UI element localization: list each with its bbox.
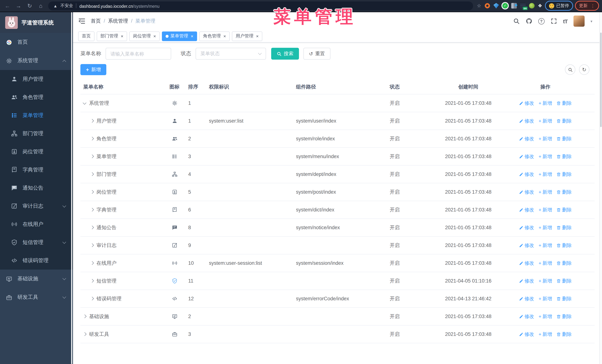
sidebar-scrollbar[interactable] [71,12,72,364]
delete-link[interactable]: 删除 [557,224,572,231]
edit-link[interactable]: 修改 [519,278,534,284]
expand-arrow-icon[interactable] [90,137,94,140]
expand-arrow-icon[interactable] [90,173,94,176]
add-child-link[interactable]: + 新增 [538,171,552,177]
tab[interactable]: 角色管理 × [199,31,230,41]
sidebar-item[interactable]: 通知公告 [0,179,73,197]
add-child-link[interactable]: + 新增 [538,224,552,231]
extension-search-icon[interactable] [529,3,535,9]
delete-link[interactable]: 删除 [557,153,572,160]
sidebar-item[interactable]: 首页 [0,33,73,52]
github-icon[interactable] [526,18,532,24]
refresh-table-button[interactable]: ↻ [579,64,589,75]
sidebar-item[interactable]: 字典管理 [0,161,73,179]
tab[interactable]: 岗位管理 × [129,31,160,41]
expand-arrow-icon[interactable] [90,190,94,194]
close-tab-icon[interactable]: × [223,34,226,38]
edit-link[interactable]: 修改 [519,153,534,160]
expand-arrow-icon[interactable] [83,101,86,104]
sidebar-item[interactable]: 菜单管理 [0,106,73,125]
add-child-link[interactable]: + 新增 [538,153,552,160]
delete-link[interactable]: 删除 [557,189,572,195]
tab[interactable]: 部门管理 × [97,31,127,41]
sidebar-item[interactable]: 研发工具 [0,288,73,307]
add-child-link[interactable]: + 新增 [538,189,552,195]
expand-arrow-icon[interactable] [90,297,94,300]
app-logo[interactable]: 芋道管理系统 [0,12,73,33]
delete-link[interactable]: 删除 [557,331,572,338]
browser-back-icon[interactable]: ← [4,2,11,10]
delete-link[interactable]: 删除 [557,171,572,177]
search-icon[interactable] [513,18,520,24]
edit-link[interactable]: 修改 [519,331,534,338]
edit-link[interactable]: 修改 [519,224,534,231]
edit-link[interactable]: 修改 [519,135,534,142]
add-child-link[interactable]: + 新增 [538,242,552,249]
delete-link[interactable]: 删除 [557,135,572,142]
expand-arrow-icon[interactable] [90,155,94,158]
collapse-sidebar-icon[interactable] [78,17,86,25]
browser-home-icon[interactable]: ⌂ [37,2,44,10]
delete-link[interactable]: 删除 [557,313,572,320]
fullscreen-icon[interactable] [550,18,557,24]
tab[interactable]: 首页 [78,31,95,41]
delete-link[interactable]: 删除 [557,278,572,284]
expand-arrow-icon[interactable] [90,208,94,211]
extension-switch-icon[interactable]: on [520,3,526,9]
tab[interactable]: 菜单管理 × [162,31,197,41]
extension-gem-icon[interactable] [494,3,499,9]
close-tab-icon[interactable]: × [121,34,123,38]
sidebar-item[interactable]: 在线用户 [0,215,73,233]
delete-link[interactable]: 删除 [557,295,572,302]
edit-link[interactable]: 修改 [519,100,534,106]
search-button[interactable]: 搜索 [271,48,299,60]
breadcrumb-item[interactable]: 菜单管理 [135,18,155,24]
breadcrumb-item[interactable]: 系统管理 [108,18,136,24]
edit-link[interactable]: 修改 [519,242,534,249]
font-size-icon[interactable]: tT [563,18,568,24]
expand-arrow-icon[interactable] [90,261,94,265]
bookmark-star-icon[interactable]: ☆ [477,3,481,9]
edit-link[interactable]: 修改 [519,295,534,302]
help-icon[interactable]: ? [538,18,545,24]
sidebar-item[interactable]: 岗位管理 [0,143,73,161]
tab[interactable]: 用户管理 × [232,31,262,41]
add-child-link[interactable]: + 新增 [538,207,552,213]
sidebar-item[interactable]: 角色管理 [0,88,73,106]
expand-arrow-icon[interactable] [83,333,86,336]
add-child-link[interactable]: + 新增 [538,260,552,266]
extension-check-icon[interactable] [502,3,508,9]
delete-link[interactable]: 删除 [557,207,572,213]
add-child-link[interactable]: + 新增 [538,278,552,284]
extensions-puzzle-icon[interactable]: ❖ [538,3,542,9]
expand-arrow-icon[interactable] [90,279,94,282]
delete-link[interactable]: 删除 [557,100,572,106]
browser-reload-icon[interactable]: ↻ [26,2,33,10]
kebab-menu-icon[interactable]: ⋮ [591,4,595,8]
page-scrollbar[interactable] [599,12,602,364]
edit-link[interactable]: 修改 [519,260,534,266]
page-scrollbar-thumb[interactable] [600,32,602,127]
extension-adblock-icon[interactable] [484,3,490,9]
sidebar-item[interactable]: 短信管理 [0,233,73,251]
close-tab-icon[interactable]: × [191,34,194,38]
add-child-link[interactable]: + 新增 [538,295,552,302]
sidebar-item[interactable]: 部门管理 [0,125,73,143]
sidebar-item[interactable]: 用户管理 [0,70,73,88]
address-bar[interactable]: ▲ 不安全 dashboard.yudao.iocoder.cn/system/… [48,1,473,10]
close-tab-icon[interactable]: × [256,34,258,38]
add-child-link[interactable]: + 新增 [538,313,552,320]
sidebar-item[interactable]: 基础设施 [0,270,73,288]
expand-arrow-icon[interactable] [90,244,94,247]
sidebar-item[interactable]: 错误码管理 [0,251,73,270]
delete-link[interactable]: 删除 [557,242,572,249]
edit-link[interactable]: 修改 [519,313,534,320]
edit-link[interactable]: 修改 [519,171,534,177]
browser-forward-icon[interactable]: → [15,2,22,10]
chrome-profile-chip[interactable]: 已暂停 [546,1,572,10]
delete-link[interactable]: 删除 [557,260,572,266]
sidebar-item[interactable]: 系统管理 [0,52,73,70]
chrome-update-chip[interactable]: 更新 ⋮ [576,1,598,10]
status-select[interactable]: 菜单状态 [196,48,266,60]
menu-name-input[interactable] [106,48,171,60]
